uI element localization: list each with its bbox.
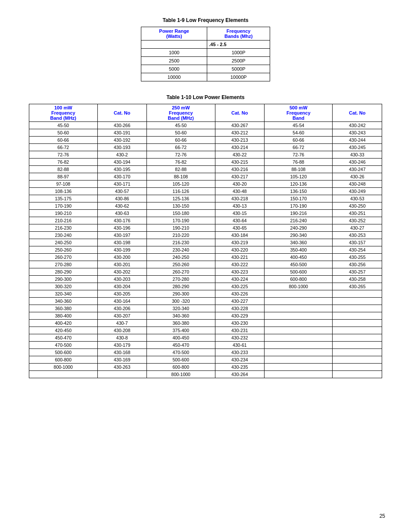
table-row: 800-1000430-263600-800430-235 (29, 364, 382, 371)
table-row: 50005000P (141, 65, 270, 73)
table-row: 76-82430-19476-82430-21576-88430-246 (29, 159, 382, 166)
table10-col3-header: 250 mWFrequencyBand (MHz) (146, 104, 215, 122)
table10-col6-header: Cat. No (333, 104, 382, 122)
table-row: 360-380430-206320-340430-228 (29, 305, 382, 312)
table-row: 210-216430-176170-190430-64216-240430-25… (29, 217, 382, 224)
table10-col5-header: 500 mWFrequencyBand (264, 104, 333, 122)
table-row: 190-210430-63150-180430-15190-216430-251 (29, 210, 382, 217)
table-row: 800-1000430-264 (29, 371, 382, 378)
table-row: 108-136430-57116-126430-48136-150430-249 (29, 188, 382, 195)
table-row: 72-76430-272-76430-2272-76430-33 (29, 151, 382, 159)
page-content: Table 1-9 Low Frequency Elements Power R… (29, 17, 382, 378)
table-10-section: Table 1-10 Low Power Elements 100 mWFreq… (29, 94, 382, 378)
table-row: 300-320430-204280-290430-225800-1000430-… (29, 283, 382, 290)
table10-col4-header: Cat. No (215, 104, 264, 122)
table-row: 290-300430-203270-280430-224600-800430-2… (29, 276, 382, 283)
table-row: 340-360430-164300 -320430-227 (29, 298, 382, 305)
table-row: 60-66430-19260-66430-21360-66430-244 (29, 137, 382, 144)
table-row: 170-190430-62130-150430-13170-190430-250 (29, 202, 382, 210)
table10-col1-header: 100 mWFrequencyBand (MHz) (29, 104, 98, 122)
table-row: 320-340430-205290-300430-226 (29, 290, 382, 298)
table-10-title: Table 1-10 Low Power Elements (166, 94, 244, 100)
table-row: 500-600430-168470-500430-233 (29, 349, 382, 356)
table-row: 50-60430-19150-60430-21254-60430-243 (29, 129, 382, 137)
table-row: 97-108430-171105-120430-20120-136430-248 (29, 180, 382, 188)
table-row: 82-88430-19582-88430-21688-108430-247 (29, 166, 382, 173)
table-row: 230-240430-197210-220430-184290-340430-2… (29, 232, 382, 239)
table9-subheader-val: .45 - 2.5 (207, 40, 270, 49)
table-row: 280-290430-202260-270430-223500-600430-2… (29, 268, 382, 276)
table9-col2-header: FrequencyBands (Mhz) (207, 27, 270, 40)
table-row: 135-175430-86125-136430-218150-170430-53 (29, 195, 382, 202)
table-row: 45-50430-26645-50430-26745-54430-242 (29, 122, 382, 129)
table9-col1-header: Power Range(Watts) (141, 27, 207, 40)
table-row: 10001000P (141, 49, 270, 57)
table-9: Power Range(Watts) FrequencyBands (Mhz) … (141, 27, 270, 81)
table-row: 66-72430-19366-72430-21466-72430-245 (29, 144, 382, 151)
table-9-section: Table 1-9 Low Frequency Elements Power R… (29, 17, 382, 81)
table-row: 250-260430-199230-240430-220350-400430-2… (29, 246, 382, 254)
table9-subheader (141, 40, 207, 49)
table-row: 1000010000P (141, 73, 270, 81)
table-row: 450-470430-8400-450430-232 (29, 334, 382, 342)
table-row: 260-270430-200240-250430-221400-450430-2… (29, 254, 382, 261)
table-9-title: Table 1-9 Low Frequency Elements (162, 17, 248, 23)
table-row: 470-500430-179450-470430-61 (29, 342, 382, 349)
table-row: 600-800430-169500-600430-234 (29, 356, 382, 364)
table-row: 240-250430-198216-230430-219340-360430-1… (29, 239, 382, 246)
table-10: 100 mWFrequencyBand (MHz) Cat. No 250 mW… (29, 104, 382, 378)
table-row: 88-97430-17088-108430-217105-120430-26 (29, 173, 382, 180)
table-row: 380-400430-207340-360430-229 (29, 312, 382, 320)
table-row: 25002500P (141, 57, 270, 65)
page-number: 25 (380, 513, 385, 519)
table-row: 216-230430-196190-210430-65240-290430-27 (29, 224, 382, 232)
table-row: 420-450430-208375-400430-231 (29, 327, 382, 334)
table-row: 270-280430-201250-260430-222450-500430-2… (29, 261, 382, 268)
table-row: 400-420430-7360-380430-230 (29, 320, 382, 327)
table10-col2-header: Cat. No (97, 104, 146, 122)
